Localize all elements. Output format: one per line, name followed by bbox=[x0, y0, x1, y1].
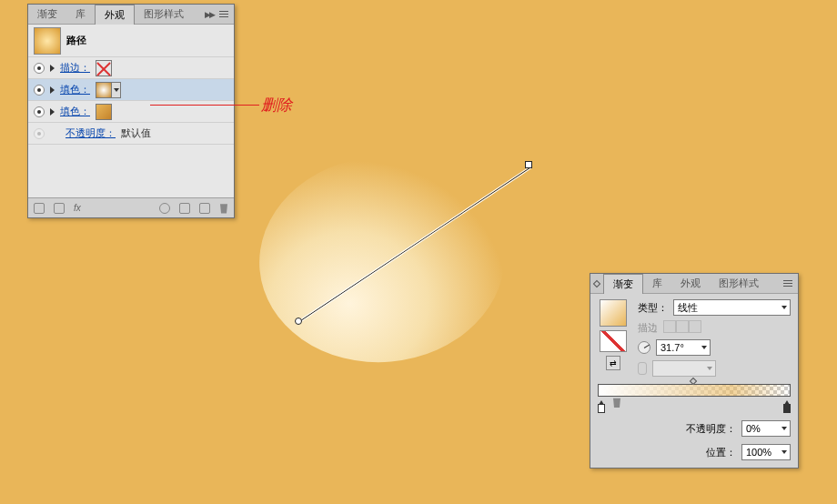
annotation-text: 删除 bbox=[261, 95, 292, 116]
aspect-row bbox=[638, 360, 791, 377]
fill-swatch-dropdown[interactable] bbox=[96, 82, 121, 98]
fill-swatch-radial-icon bbox=[96, 82, 112, 98]
tab-graphic-styles[interactable]: 图形样式 bbox=[135, 5, 193, 24]
expand-icon[interactable] bbox=[50, 86, 55, 94]
angle-input[interactable]: 31.7° bbox=[656, 339, 711, 356]
fill-swatch-orange-icon[interactable] bbox=[96, 104, 112, 120]
tab-library[interactable]: 库 bbox=[66, 5, 95, 24]
delete-stop-trash-icon[interactable] bbox=[612, 397, 621, 408]
expand-icon[interactable] bbox=[50, 65, 55, 72]
duplicate-icon[interactable] bbox=[179, 203, 190, 214]
expand-diamond-icon[interactable] bbox=[593, 279, 600, 287]
appearance-tabs: 渐变 库 外观 图形样式 ▶▶ bbox=[28, 5, 234, 25]
reverse-gradient-button[interactable]: ⇄ bbox=[606, 356, 620, 370]
no-icon[interactable] bbox=[159, 203, 170, 214]
tab-appearance[interactable]: 外观 bbox=[671, 274, 710, 293]
type-label: 类型： bbox=[638, 301, 668, 315]
aspect-controls bbox=[652, 360, 716, 377]
new-art-icon[interactable] bbox=[34, 203, 45, 214]
gradient-origin-handle[interactable] bbox=[295, 318, 302, 325]
gradient-tabs: 渐变 库 外观 图形样式 bbox=[590, 274, 798, 294]
fill-label[interactable]: 填色： bbox=[60, 105, 90, 118]
chevron-down-icon[interactable] bbox=[112, 82, 121, 98]
visibility-icon[interactable] bbox=[34, 106, 45, 117]
selection-label: 路径 bbox=[66, 34, 86, 47]
tab-gradient[interactable]: 渐变 bbox=[28, 5, 66, 24]
stroke-mode-icons bbox=[663, 320, 701, 335]
tab-graphic-styles[interactable]: 图形样式 bbox=[710, 274, 768, 293]
collapse-icon[interactable]: ▶▶ bbox=[205, 10, 214, 19]
attr-row-stroke[interactable]: 描边： bbox=[28, 57, 234, 79]
angle-value: 31.7° bbox=[661, 342, 684, 353]
appearance-blank bbox=[28, 145, 234, 197]
fx-label[interactable]: fx bbox=[74, 203, 81, 213]
selection-thumb-icon bbox=[34, 27, 61, 55]
gradient-panel: 渐变 库 外观 图形样式 ⇄ 类型： 线性 描边 bbox=[590, 273, 799, 469]
appearance-footer: fx bbox=[28, 197, 234, 217]
annotation-line bbox=[150, 105, 259, 106]
visibility-icon[interactable] bbox=[34, 63, 45, 74]
appearance-body: 路径 描边： 填色： 填色： 不透明度： 默认值 bbox=[28, 25, 234, 197]
attr-row-opacity[interactable]: 不透明度： 默认值 bbox=[28, 123, 234, 145]
gradient-bar[interactable] bbox=[598, 384, 791, 397]
opacity-value: 默认值 bbox=[121, 126, 151, 140]
gradient-stop-start[interactable] bbox=[598, 404, 605, 413]
location-row: 位置： 100% bbox=[598, 444, 791, 460]
stroke-label[interactable]: 描边： bbox=[60, 61, 90, 75]
gradient-slider[interactable] bbox=[598, 384, 791, 413]
aspect-input bbox=[652, 360, 716, 377]
appearance-panel: 渐变 库 外观 图形样式 ▶▶ 路径 描边： 填色： bbox=[27, 4, 235, 218]
trash-icon[interactable] bbox=[219, 203, 228, 214]
expand-icon[interactable] bbox=[50, 108, 55, 116]
panel-menu-icon[interactable] bbox=[219, 11, 228, 17]
opacity-value: 0% bbox=[746, 423, 761, 434]
stroke-fill-proxy-icon[interactable] bbox=[600, 330, 627, 352]
location-label: 位置： bbox=[706, 446, 736, 459]
visibility-icon[interactable] bbox=[34, 85, 45, 96]
selection-header: 路径 bbox=[28, 25, 234, 57]
stroke-mode-row: 描边 bbox=[638, 320, 791, 335]
fill-label[interactable]: 填色： bbox=[60, 83, 90, 96]
opacity-row: 不透明度： 0% bbox=[598, 420, 791, 437]
type-row: 类型： 线性 bbox=[638, 299, 791, 316]
angle-row: 31.7° bbox=[638, 339, 791, 356]
visibility-icon-dim bbox=[34, 128, 45, 139]
new-icon[interactable] bbox=[199, 203, 210, 214]
tab-gradient[interactable]: 渐变 bbox=[603, 274, 643, 294]
attr-row-fill-1[interactable]: 填色： bbox=[28, 79, 234, 101]
gradient-stop-end[interactable] bbox=[783, 404, 791, 413]
stroke-mode-label: 描边 bbox=[638, 321, 658, 335]
gradient-body: ⇄ 类型： 线性 描边 31.7° bbox=[590, 294, 798, 468]
gradient-preview-icon[interactable] bbox=[600, 299, 627, 327]
canvas-ellipse[interactable] bbox=[251, 146, 514, 373]
link-icon bbox=[638, 362, 647, 375]
type-select[interactable]: 线性 bbox=[673, 299, 791, 316]
stroke-swatch-none-icon[interactable] bbox=[96, 60, 112, 76]
opacity-label: 不透明度： bbox=[686, 422, 736, 436]
location-input[interactable]: 100% bbox=[741, 444, 791, 460]
tab-library[interactable]: 库 bbox=[643, 274, 671, 293]
opacity-label[interactable]: 不透明度： bbox=[66, 126, 116, 140]
tab-appearance[interactable]: 外观 bbox=[95, 5, 135, 25]
panel-menu-icon[interactable] bbox=[783, 280, 792, 287]
type-value: 线性 bbox=[678, 301, 698, 315]
angle-icon bbox=[638, 341, 650, 354]
opacity-input[interactable]: 0% bbox=[741, 420, 791, 437]
location-value: 100% bbox=[746, 447, 771, 458]
gradient-end-handle[interactable] bbox=[525, 161, 532, 168]
clear-icon[interactable] bbox=[54, 203, 65, 214]
